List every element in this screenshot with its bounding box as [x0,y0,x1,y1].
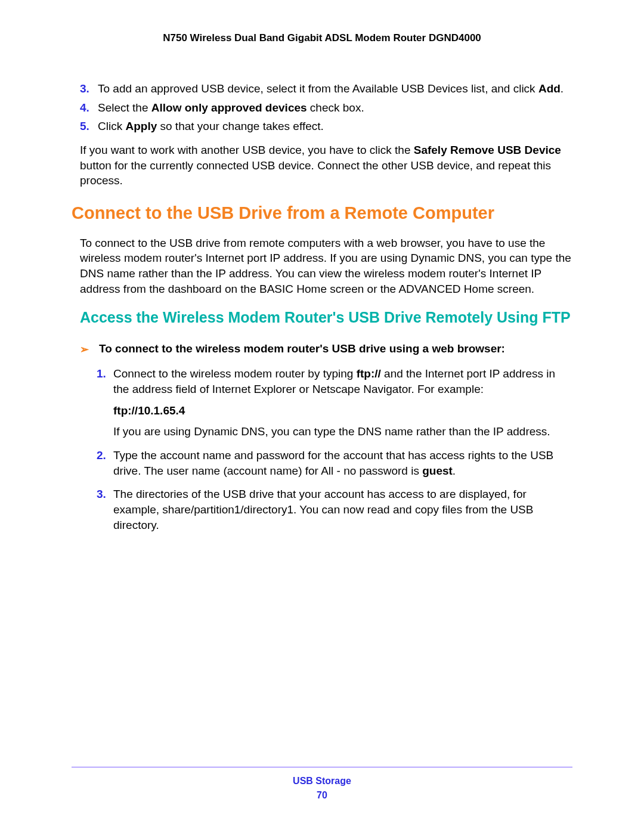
step-text: check box. [307,101,364,114]
step-number: 1. [97,366,106,382]
bold-safely-remove: Safely Remove USB Device [414,144,561,156]
heading-ftp: Access the Wireless Modem Router's USB D… [80,308,572,327]
bold-add: Add [538,82,561,95]
step-number: 3. [97,487,106,502]
step-text: The directories of the USB drive that yo… [113,488,533,531]
step-3: 3. To add an approved USB device, select… [98,81,572,97]
steps-list-b: 1. Connect to the wireless modem router … [99,366,572,532]
paragraph-safely-remove: If you want to work with another USB dev… [80,143,572,188]
bold-apply: Apply [125,120,157,132]
ftp-step-2: 2. Type the account name and password fo… [113,448,572,478]
paragraph-remote-intro: To connect to the USB drive from remote … [80,236,572,297]
step-text: . [561,82,564,95]
steps-list-a: 3. To add an approved USB device, select… [72,81,572,134]
step-text: Connect to the wireless modem router by … [113,367,357,380]
ftp-note: If you are using Dynamic DNS, you can ty… [113,424,572,439]
footer-page-number: 70 [72,790,572,801]
footer-section: USB Storage [72,776,572,786]
step-text: Click [98,120,125,132]
heading-connect-remote: Connect to the USB Drive from a Remote C… [72,203,572,224]
step-text: To add an approved USB device, select it… [98,82,538,95]
step-number: 5. [80,119,89,134]
task-lead-text: To connect to the wireless modem router'… [99,342,505,355]
ftp-example: ftp://10.1.65.4 [113,403,572,419]
step-number: 4. [80,100,89,116]
step-text: . [453,465,456,477]
step-4: 4. Select the Allow only approved device… [98,100,572,116]
step-5: 5. Click Apply so that your change takes… [98,119,572,134]
ftp-step-3: 3. The directories of the USB drive that… [113,487,572,532]
arrow-icon: ➢ [80,343,89,356]
step-number: 2. [97,448,106,463]
doc-header: N750 Wireless Dual Band Gigabit ADSL Mod… [72,32,572,44]
footer-divider [72,767,572,767]
para-text: If you want to work with another USB dev… [80,144,414,156]
step-text: Type the account name and password for t… [113,449,553,477]
bold-allow: Allow only approved devices [151,101,307,114]
step-text: Select the [98,101,151,114]
step-text: so that your change takes effect. [157,120,324,132]
para-text: button for the currently connected USB d… [80,159,551,187]
step-number: 3. [80,81,89,97]
ftp-step-1: 1. Connect to the wireless modem router … [113,366,572,439]
task-lead: ➢ To connect to the wireless modem route… [80,342,572,355]
page-footer: USB Storage 70 [72,767,572,801]
bold-ftp: ftp:// [357,367,381,380]
bold-guest: guest [422,465,453,477]
